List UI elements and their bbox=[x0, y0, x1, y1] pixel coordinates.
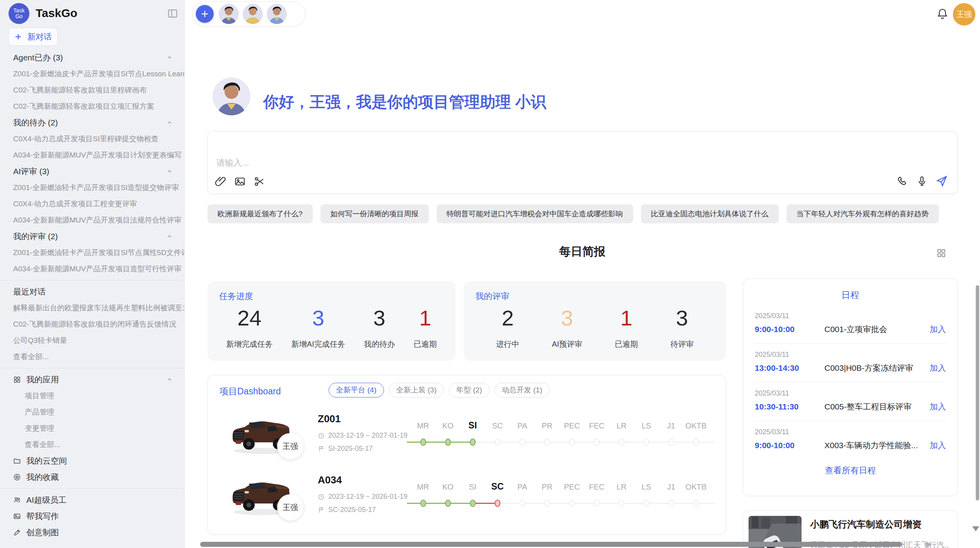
flag-icon bbox=[318, 445, 325, 452]
session-avatar[interactable] bbox=[219, 4, 239, 24]
sidebar-tools: AI超级员工帮我写作创意制图 bbox=[0, 492, 184, 541]
scroll-right-arrow-icon[interactable] bbox=[926, 541, 931, 548]
stat: 3AI预评审 bbox=[552, 305, 583, 349]
sidebar-recent-item[interactable]: 解释最新出台的欧盟报废车法规再生塑料比例被调至15%... bbox=[0, 300, 184, 316]
sidebar-item[interactable]: C02-飞腾新能源轻客改款项目立项汇报方案 bbox=[0, 98, 184, 115]
send-icon[interactable] bbox=[935, 175, 948, 187]
clock-icon bbox=[318, 493, 325, 500]
microphone-icon[interactable] bbox=[916, 175, 928, 187]
sidebar-tool-item[interactable]: AI超级员工 bbox=[0, 492, 184, 508]
sidebar-app-item[interactable]: 产品管理 bbox=[0, 404, 184, 420]
milestone-dot bbox=[569, 500, 575, 507]
sidebar-item-my-apps[interactable]: 我的应用 bbox=[0, 372, 184, 388]
dashboard-filter-pill[interactable]: 动总开发 (1) bbox=[495, 383, 550, 397]
logo-text-top: Task bbox=[14, 8, 25, 14]
view-all-schedule-link[interactable]: 查看所有日程 bbox=[755, 465, 946, 476]
sidebar-recent-item[interactable]: 公司Q3轻卡销量 bbox=[0, 332, 184, 349]
sidebar-tool-item[interactable]: 创意制图 bbox=[0, 524, 184, 541]
stat-label: 已逾期 bbox=[414, 339, 437, 349]
sidebar-app-item[interactable]: 项目管理 bbox=[0, 388, 184, 404]
session-avatar[interactable] bbox=[243, 4, 263, 24]
milestone-label: J1 bbox=[667, 483, 675, 491]
project-row[interactable]: 王强Z0012023-12-19 ~ 2027-01-19SI-2025-05-… bbox=[208, 409, 726, 469]
milestone-label: SI bbox=[468, 420, 477, 431]
stat-label: 新增完成任务 bbox=[226, 339, 272, 349]
stat-value: 2 bbox=[496, 305, 519, 331]
new-session-button[interactable] bbox=[195, 4, 215, 24]
milestone-strip: MRKOSISCPAPRPECFECLRLSJ1OKTB bbox=[407, 409, 716, 467]
horizontal-scrollbar[interactable] bbox=[200, 542, 902, 547]
milestone-dot bbox=[668, 438, 674, 446]
stat: 3新增AI完成任务 bbox=[291, 305, 345, 349]
milestone-dot bbox=[445, 500, 451, 507]
clock-icon bbox=[318, 432, 325, 439]
milestone-label: PR bbox=[542, 421, 553, 430]
event-name: X003-车辆动力学性能验... bbox=[813, 440, 930, 451]
new-chat-button[interactable]: 新对话 bbox=[9, 28, 58, 46]
user-avatar[interactable]: 王强 bbox=[953, 3, 975, 26]
sidebar-section-header[interactable]: AI评审 (3) bbox=[0, 163, 184, 180]
sidebar-item[interactable]: 我的收藏 bbox=[0, 469, 184, 485]
phone-call-icon[interactable] bbox=[897, 175, 908, 187]
sidebar-recent-item[interactable]: C02-飞腾新能源轻客改款项目的闭环通告反馈情况 bbox=[0, 316, 184, 332]
schedule-event: 2025/03/1110:30-11:30C005-整车工程目标评审加入 bbox=[755, 382, 946, 421]
sidebar-item[interactable]: A034-全新新能源MUV产品开发项目计划变更表编写 bbox=[0, 147, 184, 163]
suggestion-chip[interactable]: 如何写一份清晰的项目周报 bbox=[320, 204, 429, 223]
chat-input[interactable]: 请输入... bbox=[207, 131, 958, 194]
sidebar-tool-item[interactable]: 帮我写作 bbox=[0, 508, 184, 524]
project-row[interactable]: 王强A0342023-12-19 ~ 2026-01-19SC-2025-05-… bbox=[208, 470, 726, 531]
sidebar-item[interactable]: C0X4-动力总成开发项目SI里程碑提交物检查 bbox=[0, 131, 184, 147]
vertical-scrollbar[interactable] bbox=[976, 285, 979, 500]
milestone-dot bbox=[519, 500, 525, 507]
notification-bell-icon[interactable] bbox=[936, 8, 949, 20]
sidebar-app-item[interactable]: 变更管理 bbox=[0, 420, 184, 437]
event-join-link[interactable]: 加入 bbox=[930, 363, 946, 373]
sidebar-app-item[interactable]: 查看全部... bbox=[0, 437, 184, 453]
sidebar-section-header[interactable]: 我的评审 (2) bbox=[0, 228, 184, 245]
event-join-link[interactable]: 加入 bbox=[930, 440, 946, 451]
stat-label: 待评审 bbox=[670, 339, 694, 349]
image-upload-icon[interactable] bbox=[234, 176, 246, 187]
suggestion-chip[interactable]: 欧洲新规最近颁布了什么? bbox=[207, 204, 313, 223]
session-avatar[interactable] bbox=[267, 4, 287, 24]
sidebar-item[interactable]: A034-全新新能源MUV产品开发项目法规符合性评审 bbox=[0, 212, 184, 228]
screenshot-scissors-icon[interactable] bbox=[254, 176, 265, 187]
milestone-label: J1 bbox=[667, 421, 675, 430]
sidebar-item[interactable]: C0X4-动力总成开发项目工程变更评审 bbox=[0, 196, 184, 212]
event-name: C005-整车工程目标评审 bbox=[813, 401, 930, 412]
stat: 3待评审 bbox=[670, 305, 694, 349]
news-title: 小鹏飞行汽车制造公司增资 bbox=[810, 518, 949, 531]
project-owner-badge: 王强 bbox=[277, 494, 303, 521]
grid-view-icon[interactable] bbox=[936, 248, 946, 258]
sidebar-recent-item[interactable]: 查看全部... bbox=[0, 349, 184, 365]
sidebar-item[interactable]: 我的云空间 bbox=[0, 453, 184, 469]
sidebar-item[interactable]: Z001-全新燃油轻卡产品开发项目SI节点属性5D文件评审 bbox=[0, 245, 184, 261]
suggestion-chip[interactable]: 比亚迪全固态电池计划具体说了什么 bbox=[641, 204, 779, 223]
event-name: C001-立项审批会 bbox=[813, 324, 930, 335]
sidebar-section-header[interactable]: 我的待办 (2) bbox=[0, 115, 184, 131]
event-join-link[interactable]: 加入 bbox=[930, 401, 946, 412]
sidebar-item[interactable]: Z001-全新燃油皮卡产品开发项目SI节点Lesson Learn报告 bbox=[0, 66, 184, 82]
stat: 1已逾期 bbox=[615, 305, 638, 349]
milestone-track-done bbox=[407, 503, 473, 504]
sidebar-item[interactable]: A034-全新新能源MUV产品开发项目造型可行性评审 bbox=[0, 261, 184, 277]
event-join-link[interactable]: 加入 bbox=[930, 324, 946, 335]
dashboard-filter-pill[interactable]: 全新上装 (3) bbox=[389, 383, 444, 397]
panel-toggle-icon[interactable] bbox=[167, 8, 178, 19]
suggestion-chip[interactable]: 特朗普可能对进口汽车增税会对中国车企造成哪些影响 bbox=[437, 204, 633, 223]
milestone-dot bbox=[445, 438, 451, 446]
milestone-label: PEC bbox=[564, 421, 580, 430]
scroll-down-arrow-icon[interactable] bbox=[972, 526, 979, 531]
sidebar-item[interactable]: C02-飞腾新能源轻客改款项目里程碑画布 bbox=[0, 82, 184, 98]
sidebar-item[interactable]: Z001-全新燃油轻卡产品开发项目SI造型提交物评审 bbox=[0, 180, 184, 196]
attachment-icon[interactable] bbox=[215, 176, 226, 187]
milestone-dot bbox=[544, 438, 550, 446]
dashboard-filter-pill[interactable]: 年型 (2) bbox=[449, 383, 490, 397]
sidebar: Task Go TaskGo 新对话 Agent已办 (3)Z001-全新燃油皮… bbox=[0, 0, 185, 548]
chevron-up-icon bbox=[166, 377, 173, 383]
milestone-label: PA bbox=[517, 421, 527, 430]
milestone-dot bbox=[643, 500, 649, 507]
sidebar-section-header[interactable]: Agent已办 (3) bbox=[0, 50, 184, 66]
dashboard-filter-pill[interactable]: 全新平台 (4) bbox=[329, 383, 384, 397]
suggestion-chip[interactable]: 当下年轻人对汽车外观有怎样的喜好趋势 bbox=[786, 204, 939, 223]
